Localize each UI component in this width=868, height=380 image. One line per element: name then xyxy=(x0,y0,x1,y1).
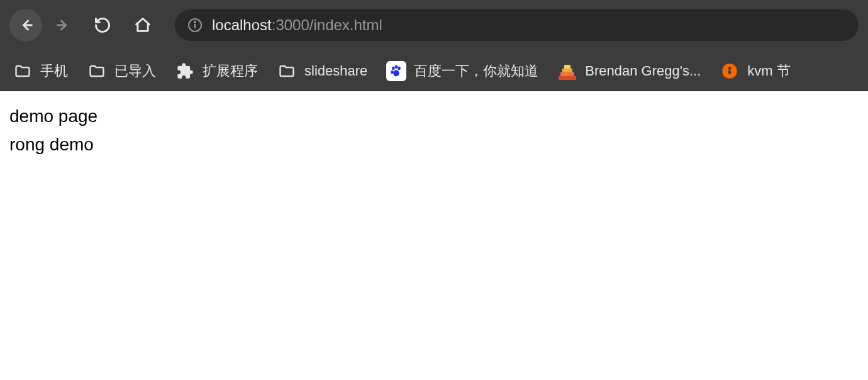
bookmark-label: Brendan Gregg's... xyxy=(585,63,701,79)
back-icon xyxy=(17,16,35,34)
bookmark-label: slideshare xyxy=(304,63,367,79)
folder-icon xyxy=(277,61,297,81)
browser-toolbar: localhost:3000/index.html xyxy=(0,0,868,50)
bookmark-label: 扩展程序 xyxy=(203,62,258,81)
grafana-icon xyxy=(720,61,740,81)
reload-icon xyxy=(94,16,111,34)
svg-point-5 xyxy=(392,66,395,70)
svg-point-7 xyxy=(398,66,401,70)
forward-icon xyxy=(55,16,72,34)
bookmark-label: 手机 xyxy=(40,62,68,81)
bookmark-phone[interactable]: 手机 xyxy=(13,61,68,81)
bookmark-baidu[interactable]: 百度一下，你就知道 xyxy=(386,61,538,81)
svg-rect-10 xyxy=(560,72,574,76)
svg-rect-9 xyxy=(559,76,576,80)
forward-button[interactable] xyxy=(47,9,80,42)
bookmark-slideshare[interactable]: slideshare xyxy=(277,61,367,81)
bookmark-kvm[interactable]: kvm 节 xyxy=(720,61,790,81)
info-icon xyxy=(187,18,203,33)
home-button[interactable] xyxy=(130,13,155,38)
bookmark-imported[interactable]: 已导入 xyxy=(87,61,156,81)
url-host: localhost xyxy=(212,16,272,34)
address-bar[interactable]: localhost:3000/index.html xyxy=(175,9,859,41)
svg-point-6 xyxy=(395,65,398,69)
bookmark-label: 百度一下，你就知道 xyxy=(414,62,538,81)
folder-icon xyxy=(87,61,107,81)
home-icon xyxy=(134,16,152,34)
svg-point-8 xyxy=(391,70,394,74)
url-text: localhost:3000/index.html xyxy=(212,16,382,34)
bookmark-label: kvm 节 xyxy=(747,62,790,81)
extension-icon xyxy=(175,61,195,81)
folder-icon xyxy=(13,61,33,81)
page-line-1: demo page xyxy=(9,103,859,131)
browser-chrome: localhost:3000/index.html 手机 已导入 扩展程序 xyxy=(0,0,868,91)
svg-point-4 xyxy=(194,21,196,23)
page-line-2: rong demo xyxy=(9,131,859,159)
url-path: :3000/index.html xyxy=(272,16,382,34)
bookmark-brendan-gregg[interactable]: Brendan Gregg's... xyxy=(557,61,701,81)
bookmark-label: 已导入 xyxy=(114,62,156,81)
page-content: demo page rong demo xyxy=(0,91,868,170)
svg-rect-11 xyxy=(562,69,572,72)
baidu-icon xyxy=(386,61,406,81)
svg-rect-12 xyxy=(564,65,570,69)
bookmark-extensions[interactable]: 扩展程序 xyxy=(175,61,258,81)
back-button[interactable] xyxy=(9,9,42,42)
bookmarks-bar: 手机 已导入 扩展程序 slideshare 百度一下，你就知道 xyxy=(0,50,868,91)
reload-button[interactable] xyxy=(90,13,115,38)
flame-icon xyxy=(557,61,577,81)
